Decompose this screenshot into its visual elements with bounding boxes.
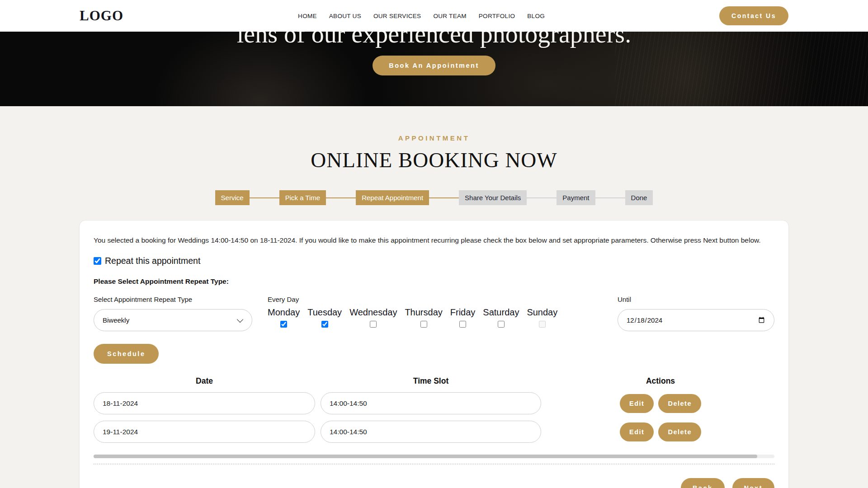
- next-button[interactable]: Next: [732, 478, 774, 488]
- delete-button[interactable]: Delete: [658, 394, 701, 413]
- repeat-type-label: Select Appointment Repeat Type: [94, 296, 252, 303]
- repeat-type-select-wrap: Biweekly: [94, 309, 252, 331]
- column-header-date: Date: [94, 376, 315, 386]
- step-pick-a-time[interactable]: Pick a Time: [279, 190, 326, 205]
- horizontal-scrollbar[interactable]: [94, 455, 774, 458]
- every-day-field: Every Day Monday Tuesday Wednesday: [268, 296, 557, 328]
- step-done[interactable]: Done: [625, 190, 653, 205]
- row-actions: Edit Delete: [547, 394, 774, 413]
- until-date-input[interactable]: [618, 309, 774, 331]
- nav-item-blog[interactable]: BLOG: [527, 13, 545, 19]
- hero-section: lens of our experienced photographers. B…: [0, 32, 868, 106]
- thursday-checkbox[interactable]: [420, 321, 427, 328]
- time-slot-input[interactable]: [321, 421, 541, 443]
- contact-us-button[interactable]: Contact Us: [719, 6, 788, 25]
- wednesday-checkbox[interactable]: [370, 321, 377, 328]
- page-title: ONLINE BOOKING NOW: [0, 148, 868, 172]
- logo[interactable]: LOGO: [80, 8, 123, 24]
- nav-item-our-services[interactable]: OUR SERVICES: [373, 13, 421, 19]
- book-appointment-button[interactable]: Book An Appointment: [373, 56, 495, 75]
- repeat-type-field: Select Appointment Repeat Type Biweekly: [94, 296, 252, 331]
- day-label: Tuesday: [307, 307, 342, 318]
- step-service[interactable]: Service: [215, 190, 250, 205]
- wizard-navigation: Back Next: [94, 478, 774, 488]
- repeat-appointment-label[interactable]: Repeat this appointment: [105, 256, 200, 266]
- step-connector: [527, 197, 557, 198]
- table-header-row: Date Time Slot Actions: [94, 376, 774, 386]
- until-field: Until: [618, 296, 774, 331]
- repeat-appointment-row: Repeat this appointment: [94, 256, 774, 266]
- slots-table: Date Time Slot Actions Edit Delete: [94, 376, 774, 443]
- day-saturday: Saturday: [483, 307, 519, 328]
- day-label: Thursday: [405, 307, 442, 318]
- step-connector: [429, 197, 459, 198]
- dotted-divider: [94, 464, 774, 465]
- hero-content: lens of our experienced photographers. B…: [0, 32, 868, 75]
- every-day-label: Every Day: [268, 296, 557, 303]
- day-label: Friday: [450, 307, 476, 318]
- nav-item-our-team[interactable]: OUR TEAM: [433, 13, 466, 19]
- step-payment[interactable]: Payment: [557, 190, 595, 205]
- edit-button[interactable]: Edit: [620, 394, 654, 413]
- day-wednesday: Wednesday: [349, 307, 397, 328]
- step-connector: [326, 197, 356, 198]
- step-connector: [250, 197, 279, 198]
- back-button[interactable]: Back: [681, 478, 725, 488]
- nav-item-home[interactable]: HOME: [298, 13, 317, 19]
- repeat-appointment-checkbox[interactable]: [94, 257, 101, 265]
- page: LOGO HOME ABOUT US OUR SERVICES OUR TEAM…: [0, 0, 868, 488]
- repeat-type-select[interactable]: Biweekly: [94, 309, 252, 331]
- day-label: Sunday: [527, 307, 557, 318]
- day-label: Monday: [268, 307, 300, 318]
- step-progress-bar: Service Pick a Time Repeat Appointment S…: [0, 190, 868, 205]
- monday-checkbox[interactable]: [280, 321, 287, 328]
- hero-headline: lens of our experienced photographers.: [237, 32, 631, 48]
- day-friday: Friday: [450, 307, 476, 328]
- day-tuesday: Tuesday: [307, 307, 342, 328]
- date-input[interactable]: [94, 392, 315, 414]
- table-row: Edit Delete: [94, 392, 774, 414]
- booking-section: APPOINTMENT ONLINE BOOKING NOW Service P…: [0, 106, 868, 488]
- until-label: Until: [618, 296, 774, 303]
- weekday-checkbox-group: Monday Tuesday Wednesday Thursday: [268, 307, 557, 328]
- day-sunday: Sunday: [527, 307, 557, 328]
- table-row: Edit Delete: [94, 421, 774, 443]
- schedule-button[interactable]: Schedule: [94, 344, 159, 364]
- day-monday: Monday: [268, 307, 300, 328]
- nav-item-portfolio[interactable]: PORTFOLIO: [479, 13, 515, 19]
- nav-menu: HOME ABOUT US OUR SERVICES OUR TEAM PORT…: [298, 13, 545, 19]
- friday-checkbox[interactable]: [459, 321, 466, 328]
- navbar: LOGO HOME ABOUT US OUR SERVICES OUR TEAM…: [0, 0, 868, 32]
- sunday-checkbox: [539, 321, 546, 328]
- booking-card: You selected a booking for Weddings 14:0…: [79, 220, 789, 488]
- tuesday-checkbox[interactable]: [321, 321, 328, 328]
- delete-button[interactable]: Delete: [658, 422, 701, 441]
- repeat-type-heading: Please Select Appointment Repeat Type:: [94, 277, 774, 286]
- day-thursday: Thursday: [405, 307, 442, 328]
- column-header-actions: Actions: [547, 376, 774, 386]
- date-input[interactable]: [94, 421, 315, 443]
- section-eyebrow: APPOINTMENT: [0, 134, 868, 142]
- row-actions: Edit Delete: [547, 422, 774, 441]
- booking-summary-text: You selected a booking for Weddings 14:0…: [94, 235, 774, 246]
- step-repeat-appointment[interactable]: Repeat Appointment: [356, 190, 429, 205]
- scrollbar-thumb[interactable]: [94, 455, 757, 458]
- repeat-options-row: Select Appointment Repeat Type Biweekly …: [94, 296, 774, 331]
- nav-item-about-us[interactable]: ABOUT US: [329, 13, 361, 19]
- step-connector: [595, 197, 625, 198]
- edit-button[interactable]: Edit: [620, 422, 654, 441]
- saturday-checkbox[interactable]: [498, 321, 505, 328]
- column-header-time-slot: Time Slot: [321, 376, 541, 386]
- time-slot-input[interactable]: [321, 392, 541, 414]
- day-label: Saturday: [483, 307, 519, 318]
- day-label: Wednesday: [349, 307, 397, 318]
- step-share-your-details[interactable]: Share Your Details: [459, 190, 527, 205]
